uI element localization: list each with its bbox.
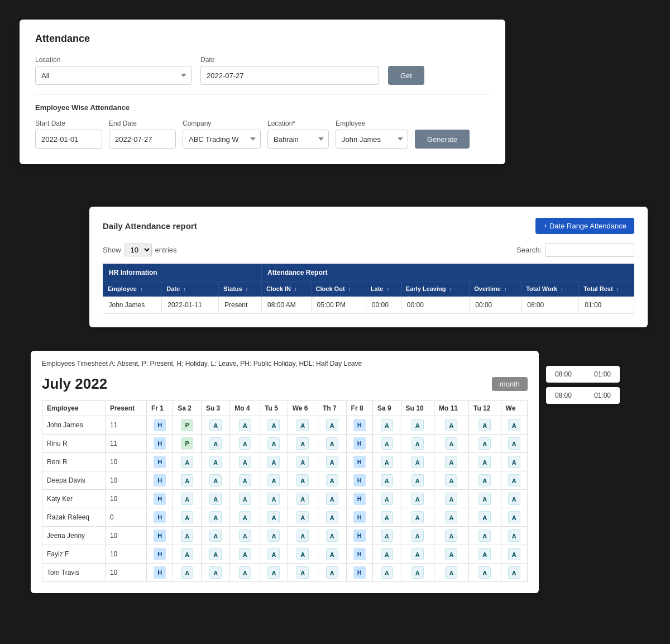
badge-a: A — [181, 548, 193, 560]
entries-label: entries — [155, 246, 177, 254]
day-cell: A — [260, 453, 288, 471]
sort-icon-total-rest[interactable]: ↕ — [616, 287, 619, 292]
timesheet-col-header: Sa 9 — [372, 401, 401, 416]
badge-a: A — [296, 456, 309, 468]
ts-employee: Reni R — [42, 453, 106, 471]
location-select[interactable]: All — [35, 66, 192, 85]
day-cell: A — [201, 471, 229, 490]
badge-a: A — [508, 437, 520, 450]
day-cell: A — [372, 453, 401, 471]
end-date-input[interactable] — [109, 130, 176, 149]
col-employee: Employee ↕ — [103, 282, 162, 297]
day-cell: H — [346, 508, 372, 527]
sort-icon-clock-in[interactable]: ↕ — [294, 287, 297, 292]
sort-icon-clock-out[interactable]: ↕ — [348, 287, 351, 292]
month-button[interactable]: month — [492, 377, 528, 391]
badge-a: A — [508, 529, 520, 542]
badge-a: A — [445, 548, 457, 560]
day-cell: A — [501, 453, 527, 471]
day-cell: A — [201, 435, 229, 453]
end-date-label: End Date — [109, 120, 176, 127]
badge-h: H — [353, 493, 366, 505]
badge-a: A — [411, 548, 424, 560]
right-row-2-rest: 01:00 — [594, 392, 611, 399]
company-select[interactable]: ABC Trading W — [183, 130, 261, 149]
day-cell: A — [401, 527, 434, 545]
badge-a: A — [267, 548, 280, 560]
day-cell: A — [372, 545, 401, 564]
ts-present: 10 — [105, 453, 146, 471]
get-button[interactable]: Get — [388, 66, 424, 85]
search-box: Search: — [516, 243, 634, 257]
badge-a: A — [181, 493, 193, 505]
day-cell: A — [230, 416, 260, 435]
date-input[interactable] — [200, 66, 379, 85]
badge-a: A — [267, 511, 280, 523]
timesheet-col-header: Su 3 — [201, 401, 229, 416]
location2-select[interactable]: Bahrain — [267, 130, 329, 149]
ts-employee: John James — [42, 416, 106, 435]
day-cell: A — [260, 527, 288, 545]
badge-a: A — [239, 419, 251, 431]
divider-1 — [35, 94, 490, 94]
search-input[interactable] — [545, 243, 634, 257]
badge-h: H — [154, 511, 166, 523]
generate-button[interactable]: Generate — [415, 130, 470, 149]
sort-icon-status[interactable]: ↕ — [246, 287, 248, 292]
day-cell: A — [401, 453, 434, 471]
badge-a: A — [411, 566, 424, 579]
right-row-2: 08:00 01:00 — [546, 387, 620, 404]
day-cell: A — [288, 471, 318, 490]
start-date-input[interactable] — [35, 130, 102, 149]
badge-a: A — [326, 456, 338, 468]
sort-icon-total-work[interactable]: ↕ — [561, 287, 563, 292]
timesheet-col-header: Tu 12 — [468, 401, 501, 416]
ts-employee: Tom Travis — [42, 564, 106, 582]
badge-a: A — [267, 474, 280, 486]
day-cell: A — [173, 508, 202, 527]
sort-icon-late[interactable]: ↕ — [387, 287, 390, 292]
day-cell: H — [346, 545, 372, 564]
show-entries: Show 10 entries — [103, 244, 177, 256]
filter-row-2: Start Date End Date Company ABC Trading … — [35, 120, 490, 149]
list-item: Razak Rafeeq0HAAAAAAHAAAAA — [42, 508, 528, 527]
day-cell: A — [230, 508, 260, 527]
day-cell: A — [434, 527, 469, 545]
sort-icon-date[interactable]: ↕ — [183, 287, 186, 292]
day-cell: A — [260, 508, 288, 527]
sort-icon-overtime[interactable]: ↕ — [504, 287, 507, 292]
day-cell: A — [288, 435, 318, 453]
badge-a: A — [209, 437, 222, 450]
timesheet-col-header: We 6 — [288, 401, 318, 416]
sort-icon-early-leaving[interactable]: ↕ — [449, 287, 452, 292]
day-cell: A — [372, 527, 401, 545]
date-range-button[interactable]: + Date Range Attendance — [535, 218, 634, 234]
badge-a: A — [478, 548, 491, 560]
sort-icon-employee[interactable]: ↕ — [140, 287, 143, 292]
badge-a: A — [267, 493, 280, 505]
employee-select[interactable]: John James — [336, 130, 408, 149]
day-cell: A — [173, 471, 202, 490]
badge-a: A — [296, 566, 309, 579]
badge-a: A — [381, 511, 393, 523]
ts-employee: Rinu R — [42, 435, 106, 453]
col-status: Status ↕ — [219, 282, 262, 297]
entries-select[interactable]: 10 — [125, 244, 152, 256]
timesheet-col-header: Fr 1 — [147, 401, 173, 416]
day-cell: A — [173, 545, 202, 564]
badge-a: A — [267, 419, 280, 431]
day-cell: A — [230, 564, 260, 582]
badge-a: A — [326, 493, 338, 505]
day-cell: A — [401, 545, 434, 564]
table-controls: Show 10 entries Search: — [103, 243, 634, 257]
ts-employee: Jeena Jenny — [42, 527, 106, 545]
day-cell: A — [288, 545, 318, 564]
day-cell: A — [260, 545, 288, 564]
badge-a: A — [181, 529, 193, 542]
badge-a: A — [381, 529, 393, 542]
cell-overtime: 00:00 — [470, 297, 521, 314]
day-cell: A — [434, 453, 469, 471]
badge-a: A — [411, 511, 424, 523]
badge-a: A — [445, 493, 457, 505]
badge-a: A — [267, 437, 280, 450]
